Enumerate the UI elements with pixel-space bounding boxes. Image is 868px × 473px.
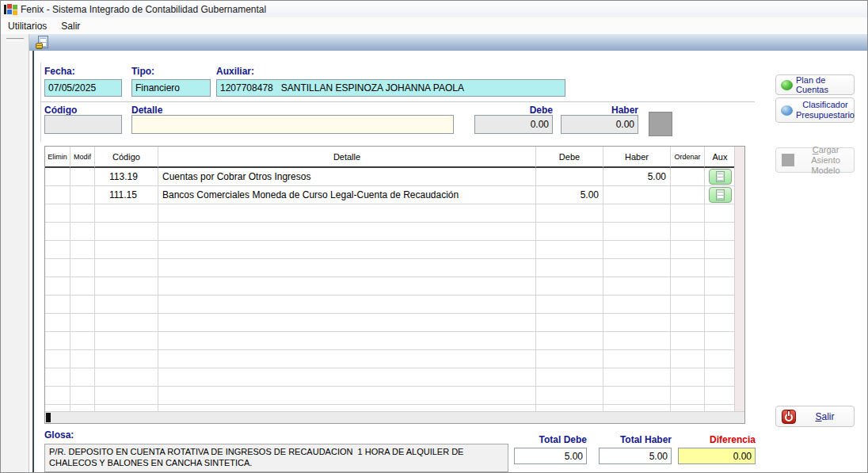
grid-cell[interactable] <box>158 405 536 411</box>
grid-cell[interactable] <box>45 259 70 277</box>
table-row[interactable] <box>45 259 734 277</box>
grid-cell[interactable] <box>158 277 536 296</box>
grid-cell[interactable] <box>536 296 603 314</box>
grid-cell[interactable] <box>603 259 671 277</box>
grid-cell[interactable] <box>45 387 70 405</box>
clasificador-presupuestario-button[interactable]: Clasificador Presupuestario <box>775 97 855 123</box>
grid-cell[interactable]: 5.00 <box>536 186 603 204</box>
grid-cell[interactable] <box>671 277 705 296</box>
debe-input[interactable]: 0.00 <box>474 115 553 134</box>
grid-cell[interactable] <box>95 296 158 314</box>
fecha-input[interactable]: 07/05/2025 <box>44 79 122 97</box>
grid-cell[interactable] <box>671 332 705 350</box>
grid-cell[interactable] <box>671 387 705 405</box>
grid-cell[interactable] <box>70 186 95 204</box>
menu-utilitarios[interactable]: Utilitarios <box>1 19 54 33</box>
table-row[interactable] <box>45 241 734 259</box>
grid-cell[interactable] <box>158 332 536 350</box>
grid-cell[interactable] <box>70 332 95 350</box>
grid-cell[interactable] <box>95 350 158 368</box>
grid-cell[interactable] <box>603 277 671 296</box>
table-row[interactable]: 111.15Bancos Comerciales Moneda de Curso… <box>45 186 734 204</box>
grid-cell[interactable] <box>705 204 734 223</box>
grid-cell[interactable] <box>45 368 70 387</box>
table-row[interactable] <box>45 223 734 241</box>
grid-cell[interactable] <box>158 259 536 277</box>
grid-cell[interactable] <box>45 350 70 368</box>
grid-cell[interactable] <box>45 204 70 223</box>
table-row[interactable] <box>45 204 734 223</box>
aux-button[interactable] <box>709 187 732 203</box>
grid-cell[interactable] <box>603 241 671 259</box>
table-row[interactable]: 113.19Cuentas por Cobrar Otros Ingresos5… <box>45 168 734 186</box>
grid-cell[interactable]: Bancos Comerciales Moneda de Curso Legal… <box>158 186 536 204</box>
grid-cell[interactable] <box>603 405 671 411</box>
grid-cell[interactable] <box>603 186 671 204</box>
grid-cell[interactable] <box>671 223 705 241</box>
grid-cell[interactable] <box>705 387 734 405</box>
grid-cell[interactable] <box>158 223 536 241</box>
grid-cell[interactable] <box>158 204 536 223</box>
grid-cell[interactable] <box>671 350 705 368</box>
grid-cell[interactable] <box>603 387 671 405</box>
grid-cell[interactable] <box>95 405 158 411</box>
aux-button[interactable] <box>709 169 732 185</box>
grid-cell[interactable] <box>536 368 603 387</box>
splitter-handle[interactable] <box>6 38 24 41</box>
grid-cell[interactable] <box>705 241 734 259</box>
table-row[interactable] <box>45 368 734 387</box>
grid-cell[interactable] <box>95 223 158 241</box>
haber-input[interactable]: 0.00 <box>561 115 638 134</box>
grid-cell[interactable] <box>45 314 70 332</box>
grid-cell[interactable] <box>671 259 705 277</box>
menu-salir[interactable]: Salir <box>54 19 87 33</box>
grid-cell[interactable] <box>45 405 70 411</box>
grid-cell[interactable] <box>95 332 158 350</box>
grid-cell[interactable] <box>45 168 70 186</box>
grid-cell[interactable] <box>705 259 734 277</box>
grid-cell[interactable] <box>603 223 671 241</box>
grid-cell[interactable]: 113.19 <box>95 168 158 186</box>
grid-cell[interactable] <box>95 259 158 277</box>
detalle-input[interactable] <box>131 115 454 134</box>
grid-cell[interactable] <box>158 314 536 332</box>
table-row[interactable] <box>45 332 734 350</box>
grid-cell[interactable] <box>70 314 95 332</box>
grid-cell[interactable] <box>671 204 705 223</box>
table-row[interactable] <box>45 277 734 296</box>
grid-cell[interactable] <box>536 259 603 277</box>
grid-cell[interactable] <box>95 241 158 259</box>
grid-cell[interactable] <box>705 186 734 204</box>
grid-cell[interactable] <box>536 405 603 411</box>
grid-cell[interactable] <box>603 368 671 387</box>
grid-cell[interactable] <box>603 332 671 350</box>
grid-cell[interactable] <box>45 241 70 259</box>
grid-cell[interactable] <box>705 277 734 296</box>
grid-cell[interactable] <box>705 223 734 241</box>
plan-de-cuentas-button[interactable]: Plan de Cuentas <box>775 74 855 95</box>
grid-cell[interactable] <box>45 186 70 204</box>
grid-cell[interactable] <box>158 241 536 259</box>
grid-cell[interactable] <box>45 332 70 350</box>
grid-cell[interactable] <box>45 223 70 241</box>
grid-cell[interactable] <box>603 350 671 368</box>
grid-cell[interactable] <box>70 277 95 296</box>
horizontal-scrollbar[interactable] <box>45 411 744 423</box>
grid-cell[interactable] <box>70 168 95 186</box>
table-row[interactable] <box>45 405 734 411</box>
grid-cell[interactable] <box>536 277 603 296</box>
grid-cell[interactable] <box>603 296 671 314</box>
grid-cell[interactable] <box>705 350 734 368</box>
grid-cell[interactable] <box>536 387 603 405</box>
vertical-scrollbar[interactable] <box>734 147 744 411</box>
grid-cell[interactable] <box>70 368 95 387</box>
grid-cell[interactable] <box>671 186 705 204</box>
grid-cell[interactable] <box>95 277 158 296</box>
grid-cell[interactable] <box>671 241 705 259</box>
grid-cell[interactable] <box>95 387 158 405</box>
grid-cell[interactable] <box>671 368 705 387</box>
grid-cell[interactable] <box>158 350 536 368</box>
grid-cell[interactable] <box>536 168 603 186</box>
table-row[interactable] <box>45 387 734 405</box>
grid-cell[interactable] <box>705 368 734 387</box>
